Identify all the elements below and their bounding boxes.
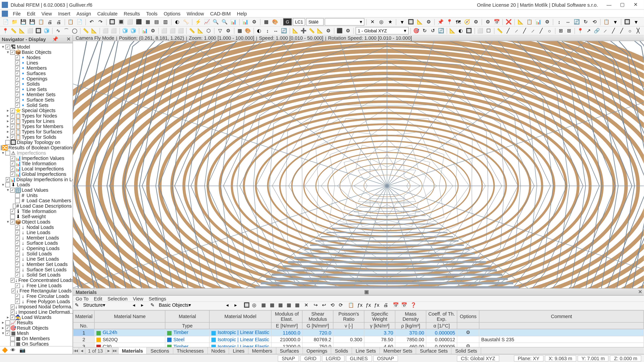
tree-node[interactable]: ✓🔹Surfaces	[1, 71, 72, 76]
tree-node[interactable]: ✓↓Free Concentrated Loads	[1, 278, 72, 283]
toolbar2-btn-83[interactable]: ╳	[634, 27, 642, 35]
toolbar2-btn-71[interactable]: ○	[546, 27, 553, 35]
table-row[interactable]: 3 C30 Timber Isotropic | Linear Elastic …	[73, 343, 644, 347]
tree-node[interactable]: ▸📈Results	[1, 320, 72, 325]
toolbar-lc-combo[interactable]: LC1	[293, 18, 306, 26]
toolbar1-btn-65[interactable]: ⚙	[543, 18, 551, 26]
maximize-button[interactable]: ▢	[616, 0, 629, 9]
toolbar-empty-combo[interactable]: ▾	[325, 18, 364, 26]
tree-node[interactable]: ✓🔹Member Sets	[1, 92, 72, 97]
toolbar2-btn-62[interactable]: ⬜	[477, 27, 484, 35]
toolbar2-btn-20[interactable]: 📊	[141, 27, 148, 35]
materials-pencil2-icon[interactable]: ✎	[150, 302, 158, 310]
toolbar1-btn-63[interactable]: 📋	[526, 18, 534, 26]
tree-node[interactable]: ✓↓Line Set Loads	[1, 256, 72, 262]
toolbar1-btn-73[interactable]: 📋	[602, 18, 610, 26]
materials-menu-selection[interactable]: Selection	[108, 296, 128, 301]
toolbar2-btn-53[interactable]: 🎯	[412, 27, 420, 35]
tree-node[interactable]: ▸✓🎯Result Objects	[1, 325, 72, 331]
tree-node[interactable]: ✓🔹Solid Sets	[1, 103, 72, 108]
mat-tb-24[interactable]: 📅	[393, 302, 400, 310]
mat-tb-12[interactable]: ↩	[322, 302, 330, 310]
toolbar1-btn-34[interactable]: ▦	[262, 18, 270, 26]
toolbar1-btn-70[interactable]: ↻	[582, 18, 590, 26]
toolbar1-btn-43[interactable]: ◎	[377, 18, 385, 26]
close-button[interactable]: ✕	[629, 0, 642, 9]
tree-node[interactable]: ✓📊Imperfection Values	[1, 156, 72, 161]
toolbar1-btn-4[interactable]: 📋	[37, 18, 45, 26]
tab-surfaces[interactable]: Surfaces	[276, 347, 303, 354]
table-row[interactable]: 2 S620Q Steel Isotropic | Linear Elastic…	[73, 336, 644, 343]
toolbar2-btn-49[interactable]: ⚙	[344, 27, 352, 35]
menu-edit[interactable]: Edit	[24, 10, 38, 17]
col-h2-7[interactable]: γ [kN/m³]	[364, 323, 395, 329]
tree-node[interactable]: ✓↓Surface Set Loads	[1, 267, 72, 272]
mat-tb-20[interactable]: ƒx	[374, 302, 382, 310]
tree-node[interactable]: ▾✓▦Mesh	[1, 331, 72, 336]
toolbar1-btn-23[interactable]: 🦴	[182, 18, 190, 26]
tree-node[interactable]: ▾✓🏗Model	[1, 44, 72, 50]
toolbar1-btn-15[interactable]: 🔳	[117, 18, 125, 26]
toolbar1-btn-14[interactable]: 🔲	[108, 18, 116, 26]
toolbar2-btn-54[interactable]: ↻	[421, 27, 428, 35]
mat-tb-1[interactable]: ◎	[252, 302, 260, 310]
tree-node[interactable]: ✓↓Free Line Loads	[1, 283, 72, 288]
tree-node[interactable]: ▾✓📦Basic Objects	[1, 49, 72, 55]
toolbar2-btn-32[interactable]: ⚙	[224, 27, 232, 35]
toolbar2-btn-23[interactable]: ⬜	[161, 27, 168, 35]
mat-tb-22[interactable]: 🖨	[384, 302, 391, 310]
tab-line-sets[interactable]: Line Sets	[352, 347, 380, 354]
toolbar1-btn-16[interactable]: ⬜	[126, 18, 134, 26]
menu-tools[interactable]: Tools	[143, 10, 161, 17]
toolbar2-btn-67[interactable]: ⟋	[513, 27, 520, 35]
toolbar2-btn-42[interactable]: 📐	[292, 27, 299, 35]
toolbar1-btn-71[interactable]: ⟲	[590, 18, 598, 26]
nav-tab-3-icon[interactable]: 📷	[20, 347, 26, 353]
mat-tb-4[interactable]: ▦	[270, 302, 278, 310]
toolbar1-btn-69[interactable]: 🔄	[573, 18, 581, 26]
materials-menu-go-to[interactable]: Go To	[76, 296, 88, 301]
tree-node[interactable]: ✓↓Surface Loads	[1, 241, 72, 246]
toolbar2-btn-69[interactable]: ⟋	[529, 27, 537, 35]
toolbar2-btn-18[interactable]: 🧊	[130, 27, 137, 35]
tab-nodes[interactable]: Nodes	[208, 347, 230, 354]
toolbar1-btn-26[interactable]: 📈	[203, 18, 211, 26]
menu-view[interactable]: View	[38, 10, 55, 17]
toolbar2-btn-80[interactable]: ╱	[610, 27, 617, 35]
materials-max-icon[interactable]: ▣	[364, 289, 368, 295]
materials-combo-structure[interactable]: Structure▾	[83, 302, 132, 309]
toolbar2-btn-8[interactable]: ⌒	[63, 27, 70, 35]
mat-tb-25[interactable]: 📅	[401, 302, 409, 310]
col-h2-11[interactable]	[479, 323, 644, 329]
tree-node[interactable]: #Units	[1, 193, 72, 198]
tree-node[interactable]: ▦On Surfaces	[1, 341, 72, 346]
tree-node[interactable]: ✓🔹Nodes	[1, 55, 72, 60]
navigator-tree[interactable]: ▾✓🏗Model▾✓📦Basic Objects✓🔹Nodes✓🔹Lines✓🔹…	[0, 43, 72, 346]
col-h1-9[interactable]: Coeff. of Th. Exp.	[426, 310, 457, 322]
mat-tb-13[interactable]: ⟲	[330, 302, 338, 310]
toolbar2-btn-9[interactable]: ◯	[71, 27, 78, 35]
menu-results[interactable]: Results	[120, 10, 143, 17]
toolbar2-btn-81[interactable]: ╱	[618, 27, 626, 35]
navigator-close-icon[interactable]: ✕	[66, 36, 72, 42]
toolbar2-btn-44[interactable]: 📏	[308, 27, 316, 35]
toolbar1-btn-22[interactable]: ◐	[174, 18, 181, 26]
toolbar2-btn-40[interactable]: 🔄	[280, 27, 288, 35]
menu-window[interactable]: Window	[184, 10, 207, 17]
tree-node[interactable]: ✓ℹTitle Information	[1, 209, 72, 214]
mat-tb-6[interactable]: ▦	[286, 302, 294, 310]
tab-solid-sets[interactable]: Solid Sets	[452, 347, 481, 354]
status-glines[interactable]: GLINES	[346, 355, 372, 361]
toolbar1-btn-68[interactable]: ↔	[564, 18, 572, 26]
toolbar1-btn-32[interactable]: ⚙	[250, 18, 258, 26]
toolbar-stale-combo[interactable]: Stálé	[306, 18, 324, 26]
col-h1-10[interactable]: Options	[457, 310, 479, 322]
tree-node[interactable]: ✓🔹Line Sets	[1, 87, 72, 92]
toolbar2-btn-14[interactable]: ⬜	[102, 27, 109, 35]
menu-options[interactable]: Options	[161, 10, 184, 17]
toolbar2-btn-56[interactable]: 🔄	[438, 27, 445, 35]
toolbar2-btn-11[interactable]: 📏	[82, 27, 90, 35]
toolbar1-btn-51[interactable]: 📌	[437, 18, 444, 26]
tree-node[interactable]: ▸✓⭐Special Objects	[1, 108, 72, 113]
toolbar2-btn-76[interactable]: 📍	[577, 27, 584, 35]
